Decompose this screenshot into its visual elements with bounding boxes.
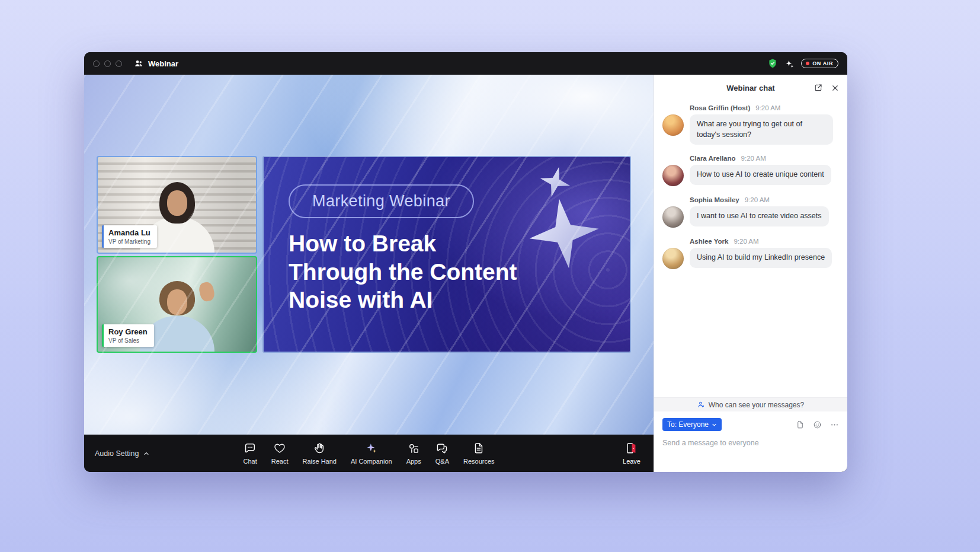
raised-hand-icon — [313, 442, 326, 455]
chat-sidebar: Webinar chat Rosa Griffin (Host) 9:20 A — [654, 75, 847, 472]
composer-icons — [796, 420, 839, 429]
chat-header: Webinar chat — [654, 75, 847, 101]
ai-companion-button[interactable]: AI Companion — [345, 442, 398, 465]
leave-button[interactable]: Leave — [623, 442, 640, 465]
emoji-icon[interactable] — [813, 420, 822, 429]
tool-label: React — [271, 458, 289, 465]
meeting-toolbar: Audio Setting Chat — [84, 435, 654, 472]
message-privacy-note[interactable]: Who can see your messages? — [654, 397, 847, 411]
slide-badge: Marketing Webinar — [289, 184, 474, 218]
slide-title-line: Through the Content — [289, 258, 517, 286]
more-options-icon[interactable] — [830, 420, 839, 429]
participant-role: VP of Sales — [108, 337, 148, 344]
tool-label: Raise Hand — [302, 458, 336, 465]
tool-label: Apps — [406, 458, 421, 465]
chat-bubble-icon — [244, 442, 257, 455]
resources-button[interactable]: Resources — [457, 442, 501, 465]
attach-file-icon[interactable] — [796, 420, 805, 429]
slide-star-decoration-small — [536, 163, 574, 200]
toolbar-buttons: Chat React — [237, 442, 500, 465]
window-controls — [93, 60, 122, 67]
slide-title-line: How to Break — [289, 229, 517, 258]
chat-message-list: Rosa Griffin (Host) 9:20 AM What are you… — [654, 101, 847, 397]
apps-button[interactable]: Apps — [401, 442, 427, 465]
video-tile-roy[interactable]: Roy Green VP of Sales — [97, 256, 257, 353]
on-air-badge: ON AIR — [801, 59, 838, 68]
slide-star-decoration-large — [524, 194, 603, 273]
qa-button[interactable]: Q&A — [430, 442, 455, 465]
avatar — [662, 165, 684, 186]
security-shield-icon[interactable] — [767, 58, 778, 69]
tool-label: Chat — [243, 458, 257, 465]
message-author: Ashlee York — [690, 238, 728, 245]
leave-label: Leave — [623, 458, 640, 465]
apps-icon — [407, 442, 420, 455]
message-bubble: I want to use AI to create video assets — [690, 206, 829, 226]
title-bar: Webinar ON AIR — [84, 52, 847, 75]
recipient-selector[interactable]: To: Everyone — [662, 418, 722, 431]
chat-message: Ashlee York 9:20 AM Using AI to build my… — [662, 238, 839, 269]
heart-icon — [273, 442, 286, 455]
chat-composer: To: Everyone — [654, 411, 847, 472]
title-bar-status: ON AIR — [767, 58, 838, 69]
close-icon[interactable] — [831, 84, 840, 92]
avatar — [662, 206, 684, 228]
audio-setting-button[interactable]: Audio Setting — [95, 449, 150, 458]
chat-message-input[interactable]: Send a message to everyone — [662, 439, 839, 447]
message-bubble: How to use AI to create unique content — [690, 165, 831, 185]
react-button[interactable]: React — [265, 442, 294, 465]
message-author: Sophia Mosiley — [690, 196, 739, 203]
window-minimize-button[interactable] — [104, 60, 111, 67]
window-title-group: Webinar — [134, 59, 178, 68]
chat-message: Rosa Griffin (Host) 9:20 AM What are you… — [662, 104, 839, 145]
video-tile-amanda[interactable]: Amanda Lu VP of Marketing — [97, 156, 257, 254]
stage-column: Amanda Lu VP of Marketing Roy Green VP o… — [84, 75, 654, 472]
participant-name: Amanda Lu — [108, 228, 150, 237]
document-icon — [472, 442, 485, 455]
slide-title: How to Break Through the Content Noise w… — [289, 229, 517, 314]
message-author: Rosa Griffin (Host) — [690, 104, 750, 111]
chat-message: Clara Arellano 9:20 AM How to use AI to … — [662, 155, 839, 186]
window-close-button[interactable] — [93, 60, 100, 67]
avatar — [662, 248, 684, 269]
chat-header-title: Webinar chat — [726, 84, 774, 92]
avatar — [662, 114, 684, 136]
message-time: 9:20 AM — [745, 196, 770, 203]
participant-name: Roy Green — [108, 327, 148, 336]
privacy-person-icon — [697, 401, 705, 409]
webinar-window: Webinar ON AIR — [84, 52, 847, 472]
window-zoom-button[interactable] — [116, 60, 122, 67]
ai-companion-status-icon[interactable] — [784, 59, 795, 69]
tool-label: Q&A — [435, 458, 449, 465]
on-air-label: ON AIR — [812, 60, 833, 66]
chevron-up-icon — [143, 450, 150, 457]
on-air-dot-icon — [806, 62, 809, 65]
raise-hand-button[interactable]: Raise Hand — [296, 442, 342, 465]
chat-button[interactable]: Chat — [237, 442, 262, 465]
slide-title-line: Noise with AI — [289, 286, 517, 314]
pop-out-icon[interactable] — [814, 83, 823, 92]
sparkle-icon — [365, 442, 378, 455]
audio-setting-label: Audio Setting — [95, 449, 139, 458]
tool-label: Resources — [463, 458, 495, 465]
window-title: Webinar — [148, 59, 178, 68]
main-area: Amanda Lu VP of Marketing Roy Green VP o… — [84, 75, 847, 472]
message-author: Clara Arellano — [690, 155, 736, 162]
privacy-note-label: Who can see your messages? — [709, 401, 804, 409]
message-time: 9:20 AM — [741, 155, 766, 162]
chevron-down-icon — [712, 422, 717, 427]
qa-bubbles-icon — [435, 442, 449, 455]
participants-icon — [134, 59, 143, 68]
leave-door-icon — [625, 442, 638, 455]
message-bubble: Using AI to build my LinkedIn presence — [690, 248, 832, 268]
chat-message: Sophia Mosiley 9:20 AM I want to use AI … — [662, 196, 839, 228]
message-bubble: What are you trying to get out of today'… — [690, 114, 833, 145]
video-stage: Amanda Lu VP of Marketing Roy Green VP o… — [84, 75, 654, 435]
chat-header-icons — [814, 75, 840, 101]
recipient-label: To: Everyone — [667, 420, 709, 429]
message-time: 9:20 AM — [755, 104, 780, 111]
shared-slide: Marketing Webinar How to Break Through t… — [262, 156, 631, 353]
tool-label: AI Companion — [351, 458, 392, 465]
nametag-roy: Roy Green VP of Sales — [102, 324, 154, 347]
nametag-amanda: Amanda Lu VP of Marketing — [102, 225, 157, 248]
